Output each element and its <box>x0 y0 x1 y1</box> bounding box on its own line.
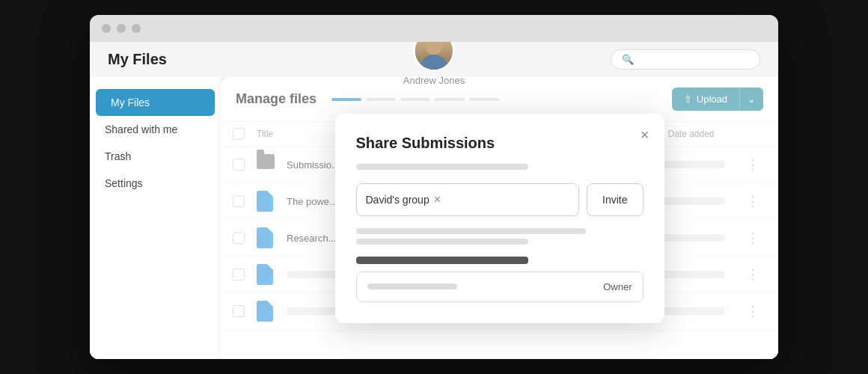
info-skeleton-1 <box>356 228 586 234</box>
search-input[interactable] <box>640 54 745 65</box>
avatar <box>413 42 455 72</box>
share-input-row: David's group × Invite <box>356 183 644 216</box>
browser-dot-yellow <box>117 24 126 33</box>
avatar-body <box>421 55 447 70</box>
owner-label: Owner <box>603 281 632 292</box>
browser-content: Andrew Jones My Files 🔍 My Files <box>90 42 778 359</box>
browser-titlebar <box>90 15 778 42</box>
sidebar-label-shared: Shared with me <box>105 123 177 135</box>
invite-button[interactable]: Invite <box>587 183 643 216</box>
share-input-box[interactable]: David's group × <box>356 183 580 216</box>
avatar-image <box>415 42 453 70</box>
modal-subtitle-skeleton <box>356 164 528 170</box>
modal-title: Share Submissions <box>356 135 644 152</box>
browser-dot-red <box>102 24 111 33</box>
modal-close-button[interactable]: × <box>641 127 650 142</box>
share-modal: × Share Submissions David's group × <box>335 114 664 323</box>
owner-card: Owner <box>356 272 644 302</box>
search-icon: 🔍 <box>622 54 634 65</box>
sidebar-label-trash: Trash <box>105 150 131 162</box>
sidebar: My Files Shared with me Trash Settings <box>90 77 221 359</box>
main-layout: My Files Shared with me Trash Settings <box>90 77 778 359</box>
main-content: Manage files ⇧ Upload <box>221 77 778 359</box>
owner-card-left <box>367 283 457 289</box>
sidebar-item-trash[interactable]: Trash <box>90 143 221 170</box>
section-header-skeleton <box>356 257 528 264</box>
tag-label: David's group <box>366 194 430 206</box>
modal-overlay: × Share Submissions David's group × <box>221 77 778 359</box>
owner-name-skeleton <box>367 283 457 289</box>
tag-remove-button[interactable]: × <box>434 194 441 206</box>
search-box[interactable]: 🔍 <box>611 49 760 70</box>
info-skeleton-2 <box>356 239 528 245</box>
sidebar-label-my-files: My Files <box>111 96 150 108</box>
sidebar-label-settings: Settings <box>105 177 143 189</box>
sidebar-item-settings[interactable]: Settings <box>90 170 221 197</box>
avatar-head <box>426 42 442 55</box>
sidebar-item-shared[interactable]: Shared with me <box>90 116 221 143</box>
browser-window: Andrew Jones My Files 🔍 My Files <box>90 15 778 359</box>
tag-chip: David's group × <box>366 194 441 206</box>
sidebar-item-my-files[interactable]: My Files <box>96 89 215 116</box>
browser-dot-green <box>132 24 141 33</box>
page-title: My Files <box>108 51 611 68</box>
modal-info-skeletons <box>356 228 644 245</box>
app-window: Andrew Jones My Files 🔍 My Files <box>90 42 778 359</box>
